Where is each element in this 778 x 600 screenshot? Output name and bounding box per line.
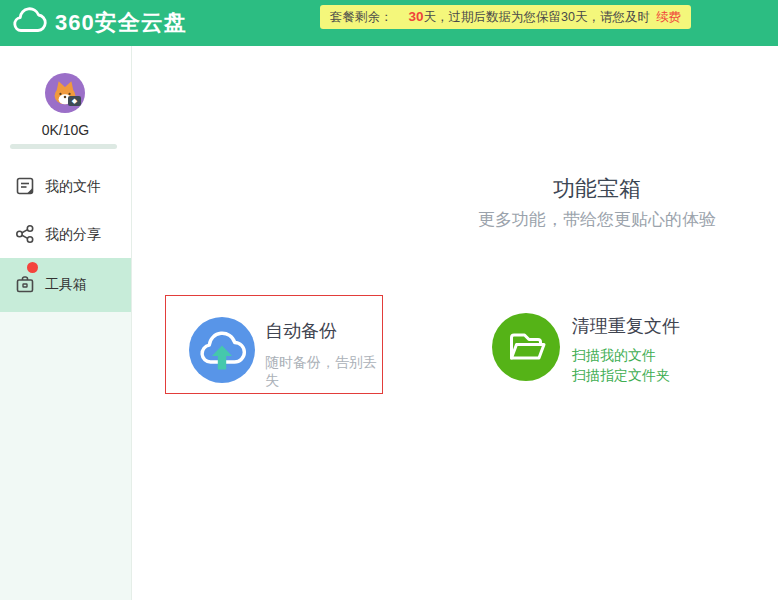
notification-dot (27, 262, 38, 273)
cloud-upload-icon (189, 317, 255, 383)
scan-my-files-link[interactable]: 扫描我的文件 (572, 345, 680, 365)
tool-links: 扫描我的文件 扫描指定文件夹 (572, 345, 680, 385)
tool-card-text: 自动备份 随时备份，告别丢失 (265, 319, 383, 390)
scan-specified-folder-link[interactable]: 扫描指定文件夹 (572, 365, 680, 385)
page-subtitle: 更多功能，带给您更贴心的体验 (416, 208, 778, 231)
tool-name: 自动备份 (265, 319, 383, 343)
cloud-logo-icon (10, 6, 50, 40)
notice-middle: ，过期后数据为您保留30天，请您及时 (436, 10, 650, 24)
page-title: 功能宝箱 (416, 174, 778, 204)
sidebar-lower-panel (0, 312, 131, 600)
sidebar-item-label: 我的分享 (45, 226, 101, 244)
open-folder-icon (492, 313, 560, 381)
share-icon (14, 223, 36, 248)
app-title: 360安全云盘 (55, 8, 187, 38)
sidebar-item-my-shares[interactable]: 我的分享 (0, 210, 131, 260)
app-header: 360安全云盘 套餐剩余：30天，过期后数据为您保留30天，请您及时续费 (0, 0, 778, 46)
tool-description: 随时备份，告别丢失 (265, 354, 383, 390)
user-avatar[interactable] (45, 73, 85, 113)
sidebar: ◆ 0K/10G 我的文件 (0, 46, 132, 600)
sidebar-item-label: 工具箱 (45, 276, 87, 294)
toolbox-icon (14, 273, 36, 298)
notice-prefix: 套餐剩余： (330, 10, 393, 24)
app-logo: 360安全云盘 (10, 0, 187, 46)
days-unit: 天 (424, 10, 437, 24)
sidebar-item-my-files[interactable]: 我的文件 (0, 162, 131, 212)
tool-card-auto-backup[interactable]: 自动备份 随时备份，告别丢失 (165, 295, 383, 394)
tool-name: 清理重复文件 (572, 314, 680, 338)
app-window: 360安全云盘 套餐剩余：30天，过期后数据为您保留30天，请您及时续费 ◆ 0… (0, 0, 778, 600)
plan-expiry-notice: 套餐剩余：30天，过期后数据为您保留30天，请您及时续费 (320, 5, 691, 29)
tool-card-clean-duplicates[interactable]: 清理重复文件 扫描我的文件 扫描指定文件夹 (470, 294, 714, 398)
fox-avatar-icon (45, 73, 85, 113)
days-remaining: 30 (409, 9, 424, 24)
file-doc-icon (14, 175, 36, 200)
vip-badge-icon: ◆ (68, 96, 81, 106)
storage-progress-bar (10, 144, 117, 149)
sidebar-item-label: 我的文件 (45, 178, 101, 196)
sidebar-item-toolbox[interactable]: 工具箱 (0, 258, 131, 312)
renew-link[interactable]: 续费 (656, 10, 681, 24)
storage-usage-label: 0K/10G (0, 122, 131, 138)
tool-card-text: 清理重复文件 扫描我的文件 扫描指定文件夹 (572, 314, 680, 385)
